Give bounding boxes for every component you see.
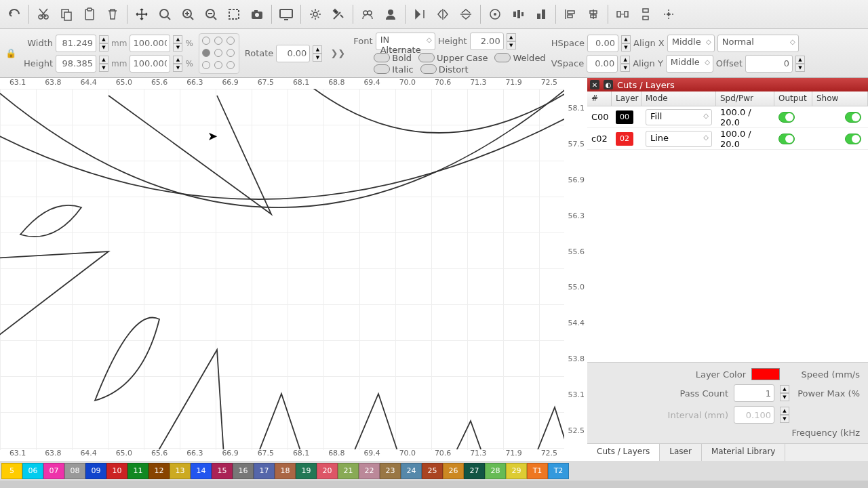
palette-27[interactable]: 27 <box>464 463 485 479</box>
chevron-right-icon[interactable]: ❯❯ <box>328 48 348 58</box>
palette-26[interactable]: 26 <box>443 463 464 479</box>
design-canvas[interactable]: 63.163.864.465.065.666.366.967.568.168.8… <box>0 78 587 461</box>
table-row[interactable]: C00 00 Fill 100.0 / 20.0 <box>587 106 868 128</box>
palette-06[interactable]: 06 <box>22 463 43 479</box>
palette-15[interactable]: 15 <box>212 463 233 479</box>
width-pct-input[interactable] <box>130 35 170 52</box>
zoom-in-icon[interactable] <box>177 3 199 25</box>
font-select[interactable]: IN Alternate <box>376 33 435 50</box>
rotate-input[interactable] <box>276 45 310 62</box>
aligny-select[interactable]: Middle <box>666 55 713 73</box>
pass-count-input[interactable] <box>734 384 774 402</box>
style-select[interactable]: Normal <box>717 35 799 52</box>
palette-11[interactable]: 11 <box>127 463 149 479</box>
cut-icon[interactable] <box>33 3 54 25</box>
collapse-icon[interactable]: ◐ <box>604 80 613 89</box>
paste-icon[interactable] <box>79 3 100 25</box>
tab-material-library[interactable]: Material Library <box>702 444 786 461</box>
anchor-grid[interactable] <box>199 33 239 74</box>
palette-09[interactable]: 09 <box>85 463 106 479</box>
palette-10[interactable]: 10 <box>106 463 127 479</box>
vspace-input[interactable] <box>587 55 618 73</box>
tools-icon[interactable] <box>328 3 349 25</box>
move-icon[interactable] <box>131 3 153 25</box>
svg-rect-21 <box>517 10 520 18</box>
mode-select[interactable]: Fill <box>646 109 712 125</box>
tab-laser[interactable]: Laser <box>660 444 702 461</box>
palette-19[interactable]: 19 <box>296 463 317 479</box>
palette-13[interactable]: 13 <box>170 463 191 479</box>
palette-23[interactable]: 23 <box>380 463 401 479</box>
alignx-select[interactable]: Middle <box>667 35 715 52</box>
tab-cuts-layers[interactable]: Cuts / Layers <box>587 444 660 461</box>
distribute-v-icon[interactable] <box>530 3 552 25</box>
layer-properties: Layer Color Speed (mm/s Pass Count ▲▼ Po… <box>587 362 868 443</box>
monitor-icon[interactable] <box>275 3 297 25</box>
center-icon[interactable] <box>658 3 679 25</box>
svg-point-6 <box>160 9 168 18</box>
height-input[interactable] <box>56 55 96 73</box>
palette-28[interactable]: 28 <box>485 463 506 479</box>
palette-17[interactable]: 17 <box>254 463 275 479</box>
show-toggle[interactable] <box>845 134 861 144</box>
distort-check[interactable]: Distort <box>420 64 469 75</box>
mode-select[interactable]: Line <box>646 131 712 147</box>
palette-29[interactable]: 29 <box>506 463 527 479</box>
palette-T2[interactable]: T2 <box>548 463 569 479</box>
group-icon[interactable] <box>357 3 378 25</box>
flip-h-icon[interactable] <box>409 3 431 25</box>
user-icon[interactable] <box>380 3 401 25</box>
svg-rect-12 <box>254 10 258 12</box>
spinner-down[interactable]: ▼ <box>99 43 108 52</box>
palette-16[interactable]: 16 <box>233 463 254 479</box>
palette-12[interactable]: 12 <box>149 463 170 479</box>
palette-18[interactable]: 18 <box>275 463 296 479</box>
flip-v-icon[interactable] <box>455 3 477 25</box>
italic-check[interactable]: Italic <box>374 64 413 75</box>
height-pct-input[interactable] <box>130 55 170 73</box>
spacing-v-icon[interactable] <box>635 3 656 25</box>
svg-rect-13 <box>280 9 292 18</box>
upper-check[interactable]: Upper Case <box>418 53 488 63</box>
palette-20[interactable]: 20 <box>317 463 338 479</box>
delete-icon[interactable] <box>102 3 123 25</box>
palette-14[interactable]: 14 <box>191 463 212 479</box>
palette-5[interactable]: 5 <box>1 463 22 479</box>
layer-color-swatch[interactable] <box>751 368 780 380</box>
palette-07[interactable]: 07 <box>43 463 64 479</box>
settings-icon[interactable] <box>304 3 326 25</box>
show-toggle[interactable] <box>845 112 861 123</box>
close-icon[interactable]: ✕ <box>590 80 599 89</box>
svg-rect-5 <box>87 8 92 11</box>
align-center-icon[interactable] <box>583 3 604 25</box>
undo-icon[interactable] <box>3 3 25 25</box>
width-input[interactable] <box>56 35 96 52</box>
offset-input[interactable] <box>745 55 793 73</box>
distribute-h-icon[interactable] <box>507 3 529 25</box>
palette-24[interactable]: 24 <box>401 463 422 479</box>
output-toggle[interactable] <box>778 112 795 123</box>
panel-title: Cuts / Layers <box>617 80 675 90</box>
copy-icon[interactable] <box>56 3 77 25</box>
output-toggle[interactable] <box>778 134 795 144</box>
palette-25[interactable]: 25 <box>422 463 443 479</box>
font-height-input[interactable] <box>470 33 504 50</box>
table-row[interactable]: c02 02 Line 100.0 / 20.0 <box>587 128 868 150</box>
palette-08[interactable]: 08 <box>64 463 85 479</box>
spinner-up[interactable]: ▲ <box>99 35 108 43</box>
camera-icon[interactable] <box>246 3 268 25</box>
align-tool-icon[interactable] <box>484 3 506 25</box>
palette-T1[interactable]: T1 <box>527 463 548 479</box>
lock-icon[interactable]: 🔒 <box>4 41 18 66</box>
palette-21[interactable]: 21 <box>338 463 359 479</box>
palette-22[interactable]: 22 <box>359 463 380 479</box>
align-left-icon[interactable] <box>559 3 581 25</box>
zoom-fit-icon[interactable] <box>154 3 176 25</box>
mirror-icon[interactable] <box>432 3 454 25</box>
zoom-out-icon[interactable] <box>200 3 222 25</box>
welded-check[interactable]: Welded <box>494 53 545 63</box>
ruler-bottom: 63.163.864.465.065.666.366.967.568.168.8… <box>0 449 567 461</box>
hspace-input[interactable] <box>587 35 618 52</box>
spacing-h-icon[interactable] <box>612 3 633 25</box>
frame-icon[interactable] <box>223 3 245 25</box>
